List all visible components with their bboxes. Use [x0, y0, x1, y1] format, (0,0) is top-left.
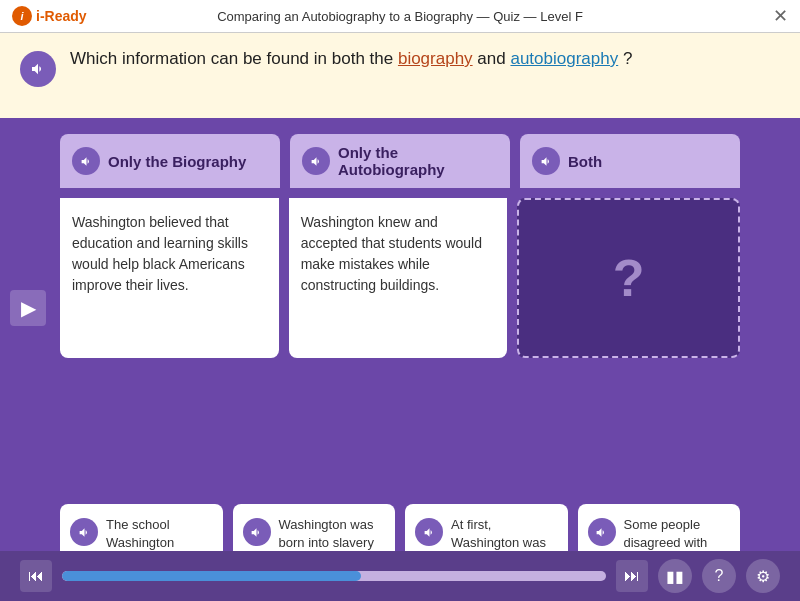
pause-button[interactable]: ▮▮ [658, 559, 692, 593]
skip-back-button[interactable]: ⏮ [20, 560, 52, 592]
main-content: ▶ Only the Biography Only the Autobiogra… [0, 118, 800, 498]
progress-bar-fill [62, 571, 361, 581]
biography-link: biography [398, 49, 473, 68]
app-logo: i i-Ready [12, 6, 87, 26]
bottom-bar: ⏮ ⏭ ▮▮ ? ⚙ [0, 551, 800, 601]
card-3-sound-button[interactable] [415, 518, 443, 546]
progress-bar-background [62, 571, 606, 581]
drop-zone-placeholder: ? [613, 239, 645, 317]
skip-forward-button[interactable]: ⏭ [616, 560, 648, 592]
columns-header: Only the Biography Only the Autobiograph… [60, 134, 740, 188]
question-sound-button[interactable] [20, 51, 56, 87]
col-header-autobiography: Only the Autobiography [290, 134, 510, 188]
drop-zone-biography[interactable]: Washington believed that education and l… [60, 198, 279, 358]
card-4-sound-button[interactable] [588, 518, 616, 546]
col-bio-sound-button[interactable] [72, 147, 100, 175]
nav-left-button[interactable]: ▶ [10, 290, 46, 326]
close-button[interactable]: ✕ [773, 7, 788, 25]
card-1-sound-button[interactable] [70, 518, 98, 546]
settings-button[interactable]: ⚙ [746, 559, 780, 593]
page-title: Comparing an Autobiography to a Biograph… [217, 9, 583, 24]
drop-zone-autobiography[interactable]: Washington knew and accepted that studen… [289, 198, 508, 358]
col-both-sound-button[interactable] [532, 147, 560, 175]
progress-bar-container [62, 571, 606, 581]
drop-zones: Washington believed that education and l… [60, 198, 740, 358]
autobiography-link: autobiography [510, 49, 618, 68]
question-text: Which information can be found in both t… [70, 47, 632, 71]
help-button[interactable]: ? [702, 559, 736, 593]
title-bar: i i-Ready Comparing an Autobiography to … [0, 0, 800, 33]
drop-zone-both[interactable]: ? [517, 198, 740, 358]
card-2-sound-button[interactable] [243, 518, 271, 546]
logo-icon: i [12, 6, 32, 26]
col-header-biography: Only the Biography [60, 134, 280, 188]
col-auto-sound-button[interactable] [302, 147, 330, 175]
col-header-both: Both [520, 134, 740, 188]
question-area: Which information can be found in both t… [0, 33, 800, 118]
